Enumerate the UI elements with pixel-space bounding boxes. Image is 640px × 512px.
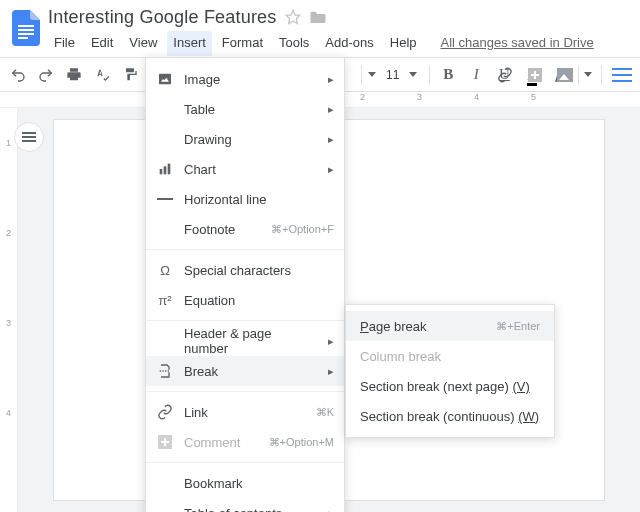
- menu-separator: [146, 320, 344, 321]
- font-size-select[interactable]: 11: [386, 68, 417, 82]
- separator: [429, 65, 430, 85]
- svg-rect-8: [168, 164, 171, 175]
- separator: [361, 65, 362, 85]
- submenuitem-column-break: Column break: [346, 341, 554, 371]
- undo-icon[interactable]: [6, 63, 30, 87]
- vertical-ruler: 1 2 3 4: [0, 108, 18, 512]
- move-folder-icon[interactable]: [309, 9, 327, 25]
- chevron-down-icon: [409, 72, 417, 77]
- menuitem-equation[interactable]: π² Equation: [146, 285, 344, 315]
- italic-button[interactable]: I: [464, 63, 488, 87]
- save-status[interactable]: All changes saved in Drive: [441, 35, 594, 52]
- font-size-value: 11: [386, 68, 399, 82]
- submenu-arrow-icon: ▸: [328, 73, 334, 86]
- menu-help[interactable]: Help: [384, 31, 423, 56]
- submenu-arrow-icon: ▸: [328, 133, 334, 146]
- omega-icon: Ω: [156, 261, 174, 279]
- spellcheck-icon[interactable]: [90, 63, 114, 87]
- menuitem-table-of-contents[interactable]: Table of contents ▸: [146, 498, 344, 512]
- menu-view[interactable]: View: [123, 31, 163, 56]
- paint-format-icon[interactable]: [118, 63, 142, 87]
- menuitem-footnote[interactable]: Footnote ⌘+Option+F: [146, 214, 344, 244]
- comment-icon: [156, 433, 174, 451]
- svg-rect-6: [160, 169, 163, 174]
- menu-file[interactable]: File: [48, 31, 81, 56]
- redo-icon[interactable]: [34, 63, 58, 87]
- shortcut-label: ⌘+Enter: [496, 320, 540, 333]
- pi-icon: π²: [156, 291, 174, 309]
- shortcut-label: ⌘+Option+F: [271, 223, 334, 236]
- svg-rect-3: [18, 37, 28, 39]
- submenu-arrow-icon: ▸: [328, 163, 334, 176]
- menuitem-table[interactable]: Table ▸: [146, 94, 344, 124]
- menuitem-chart[interactable]: Chart ▸: [146, 154, 344, 184]
- menu-format[interactable]: Format: [216, 31, 269, 56]
- svg-marker-4: [286, 10, 299, 23]
- menuitem-link[interactable]: Link ⌘K: [146, 397, 344, 427]
- image-icon: [156, 70, 174, 88]
- insert-dropdown: Image ▸ Table ▸ Drawing ▸ Chart ▸ Horizo…: [145, 57, 345, 512]
- menuitem-drawing[interactable]: Drawing ▸: [146, 124, 344, 154]
- submenu-arrow-icon: ▸: [328, 335, 334, 348]
- font-size-dec-icon[interactable]: [368, 63, 376, 87]
- menuitem-image[interactable]: Image ▸: [146, 64, 344, 94]
- submenuitem-section-break-next-page[interactable]: Section break (next page) (V): [346, 371, 554, 401]
- menuitem-comment[interactable]: Comment ⌘+Option+M: [146, 427, 344, 457]
- separator: [601, 65, 602, 85]
- align-button[interactable]: [610, 63, 634, 87]
- submenu-arrow-icon: ▸: [328, 365, 334, 378]
- menubar: File Edit View Insert Format Tools Add-o…: [48, 31, 594, 56]
- break-submenu: Page break ⌘+Enter Column break Section …: [345, 304, 555, 438]
- menuitem-special-characters[interactable]: Ω Special characters: [146, 255, 344, 285]
- svg-rect-7: [164, 166, 167, 174]
- svg-rect-5: [159, 74, 171, 85]
- more-caret-icon[interactable]: [583, 63, 593, 87]
- shortcut-label: ⌘+Option+M: [269, 436, 334, 449]
- menu-edit[interactable]: Edit: [85, 31, 119, 56]
- submenu-arrow-icon: ▸: [328, 103, 334, 116]
- svg-rect-2: [18, 33, 34, 35]
- menu-insert[interactable]: Insert: [167, 31, 212, 56]
- document-title[interactable]: Interesting Google Features: [48, 7, 277, 28]
- submenuitem-page-break[interactable]: Page break ⌘+Enter: [346, 311, 554, 341]
- bold-button[interactable]: B: [436, 63, 460, 87]
- document-outline-toggle[interactable]: [14, 122, 44, 152]
- menu-separator: [146, 391, 344, 392]
- menu-tools[interactable]: Tools: [273, 31, 315, 56]
- submenu-arrow-icon: ▸: [328, 507, 334, 513]
- menuitem-break[interactable]: Break ▸: [146, 356, 344, 386]
- horizontal-line-icon: [156, 190, 174, 208]
- page-break-icon: [156, 362, 174, 380]
- menu-separator: [146, 249, 344, 250]
- menu-addons[interactable]: Add-ons: [319, 31, 379, 56]
- svg-rect-9: [157, 198, 173, 200]
- svg-rect-0: [18, 25, 34, 27]
- shortcut-label: ⌘K: [316, 406, 334, 419]
- insert-link-icon[interactable]: [493, 63, 517, 87]
- menuitem-horizontal-line[interactable]: Horizontal line: [146, 184, 344, 214]
- submenuitem-section-break-continuous[interactable]: Section break (continuous) (W): [346, 401, 554, 431]
- star-icon[interactable]: [285, 9, 301, 25]
- insert-image-icon[interactable]: [553, 63, 577, 87]
- svg-rect-1: [18, 29, 34, 31]
- menu-separator: [146, 462, 344, 463]
- add-comment-icon[interactable]: [523, 63, 547, 87]
- chart-icon: [156, 160, 174, 178]
- menuitem-bookmark[interactable]: Bookmark: [146, 468, 344, 498]
- outline-icon: [22, 132, 36, 142]
- print-icon[interactable]: [62, 63, 86, 87]
- docs-logo[interactable]: [8, 6, 44, 50]
- menuitem-header-page-number[interactable]: Header & page number ▸: [146, 326, 344, 356]
- link-icon: [156, 403, 174, 421]
